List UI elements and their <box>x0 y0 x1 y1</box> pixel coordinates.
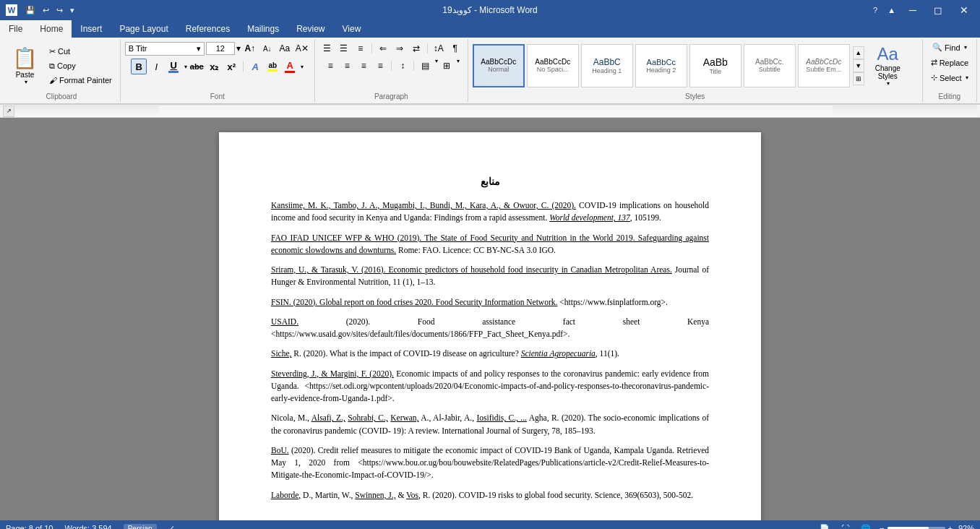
ribbon-toggle-btn[interactable]: ▲ <box>885 5 898 15</box>
ref-author-4[interactable]: FSIN. (2020). Global report on food cris… <box>271 298 557 306</box>
tab-references[interactable]: References <box>177 20 238 38</box>
replace-button[interactable]: ⇄ Replace <box>927 56 972 69</box>
restore-btn[interactable]: ◻ <box>928 3 948 17</box>
superscript-button[interactable]: x² <box>223 59 239 74</box>
style-title[interactable]: AaBb Title <box>689 44 742 87</box>
save-quick-btn[interactable]: 💾 <box>23 5 38 16</box>
tab-insert[interactable]: Insert <box>72 20 111 38</box>
show-hide-button[interactable]: ¶ <box>447 40 463 56</box>
ref-author-6[interactable]: Siche, <box>271 349 291 358</box>
line-spacing-button[interactable]: ↕ <box>395 58 411 74</box>
style-normal[interactable]: AaBbCcDc Normal <box>473 44 525 87</box>
borders-button[interactable]: ⊞ <box>439 58 455 74</box>
align-center-button[interactable]: ≡ <box>339 58 355 74</box>
sort-button[interactable]: ↕A <box>431 40 447 56</box>
help-btn[interactable]: ? <box>871 5 880 15</box>
styles-scroll-down[interactable]: ▼ <box>853 59 864 72</box>
print-layout-btn[interactable]: 📄 <box>817 523 833 530</box>
multilevel-button[interactable]: ≡ <box>353 40 369 56</box>
superscript-icon: x² <box>227 61 236 72</box>
zoom-out-btn[interactable]: − <box>880 524 884 529</box>
highlight-button[interactable]: ab <box>265 59 280 74</box>
page-info[interactable]: Page: 8 of 10 <box>6 524 53 529</box>
document-area[interactable]: منابع Kansiime, M. K., Tambo, J. A., Mug… <box>0 118 980 520</box>
font-color-button[interactable]: A <box>282 59 298 74</box>
ruler-corner[interactable]: ↗ <box>3 106 14 117</box>
words-info[interactable]: Words: 3,594 <box>64 524 111 529</box>
font-size-box[interactable]: 12 <box>206 42 235 55</box>
styles-more[interactable]: ⊞ <box>853 72 864 85</box>
borders-dropdown[interactable]: ▾ <box>457 58 460 74</box>
full-screen-btn[interactable]: ⛶ <box>838 523 852 529</box>
customize-quick-btn[interactable]: ▾ <box>68 5 77 16</box>
paste-button[interactable]: 📋 Paste ▾ <box>7 44 43 87</box>
format-painter-button[interactable]: 🖌 Format Painter <box>46 74 116 87</box>
text-effects-button[interactable]: A <box>247 59 263 74</box>
tab-home[interactable]: Home <box>31 20 72 38</box>
find-button[interactable]: 🔍 Find ▾ <box>929 40 970 54</box>
ref-author-7[interactable]: Steverding, J., & Margini, F. (2020). <box>271 369 394 378</box>
font-color-dropdown[interactable]: ▾ <box>301 64 304 70</box>
web-layout-btn[interactable]: 🌐 <box>858 523 874 530</box>
redo-quick-btn[interactable]: ↪ <box>54 5 65 16</box>
select-icon: ⊹ <box>931 73 937 82</box>
ref-author-1[interactable]: Kansiime, M. K., Tambo, J. A., Mugambi, … <box>271 201 576 210</box>
copy-button[interactable]: ⧉ Copy <box>46 59 116 73</box>
tab-view[interactable]: View <box>334 20 370 38</box>
ref-author-9[interactable]: BoU. <box>271 446 289 455</box>
ref-author-5[interactable]: USAID. <box>271 317 298 326</box>
cut-button[interactable]: ✂ Cut <box>46 45 116 59</box>
minimize-btn[interactable]: ─ <box>903 3 922 17</box>
shrink-font-button[interactable]: A↓ <box>259 40 275 56</box>
clear-formatting-button[interactable]: A✕ <box>294 40 310 56</box>
style-heading2[interactable]: AaBbCc Heading 2 <box>635 44 687 87</box>
ref-author-10c[interactable]: Vos, <box>406 491 421 499</box>
ref-author-8b[interactable]: Sohrabi, C., <box>348 413 388 422</box>
rtl-ltr-button[interactable]: ⇄ <box>408 40 424 56</box>
zoom-level[interactable]: 92% <box>958 524 974 529</box>
ref-author-8c[interactable]: Kerwan, <box>390 413 418 422</box>
align-right-button[interactable]: ≡ <box>356 58 371 74</box>
select-button[interactable]: ⊹ Select ▾ <box>927 71 972 85</box>
select-arrow: ▾ <box>966 74 968 81</box>
zoom-slider[interactable]: − + <box>880 524 953 529</box>
ref-author-8a[interactable]: Alsafi, Z., <box>311 413 345 422</box>
increase-indent-button[interactable]: ⇒ <box>392 40 408 56</box>
bold-button[interactable]: B <box>131 59 147 74</box>
grow-font-button[interactable]: A↑ <box>242 40 258 56</box>
tab-page-layout[interactable]: Page Layout <box>111 20 176 38</box>
decrease-indent-button[interactable]: ⇐ <box>375 40 391 56</box>
font-name-dropdown[interactable]: B Titr ▾ <box>125 42 205 56</box>
styles-scroll-up[interactable]: ▲ <box>853 46 864 59</box>
change-styles-button[interactable]: Aa ChangeStyles ▾ <box>869 40 907 90</box>
style-no-spacing[interactable]: AaBbCcDc No Spaci... <box>527 44 579 87</box>
italic-button[interactable]: I <box>148 59 164 74</box>
underline-dropdown[interactable]: ▾ <box>184 64 187 70</box>
bullets-button[interactable]: ☰ <box>319 40 335 56</box>
ref-author-8d[interactable]: Iosifidis, C., ... <box>476 413 526 422</box>
align-left-button[interactable]: ≡ <box>322 58 338 74</box>
style-subtitle[interactable]: AaBbCc. Subtitle <box>744 44 796 87</box>
undo-quick-btn[interactable]: ↩ <box>40 5 51 16</box>
language-indicator[interactable]: Persian <box>124 524 157 530</box>
ref-author-3[interactable]: Sriram, U., & Tarasuk, V. (2016). Econom… <box>271 265 672 274</box>
subscript-button[interactable]: x₂ <box>206 59 222 74</box>
ref-author-2[interactable]: FAO IFAD UNICEF WFP & WHO (2019). The St… <box>271 233 709 254</box>
shading-dropdown[interactable]: ▾ <box>435 58 438 74</box>
style-subtitle-preview: AaBbCc. <box>755 58 783 66</box>
style-subtle-emphasis[interactable]: AaBbCcDc Subtle Em... <box>798 44 850 87</box>
change-case-button[interactable]: Aa <box>277 40 293 56</box>
ref-author-10[interactable]: Laborde, <box>271 491 301 499</box>
numbering-button[interactable]: ☰ <box>336 40 352 56</box>
style-heading1[interactable]: AaBbC Heading 1 <box>581 44 633 87</box>
tab-file[interactable]: File <box>0 20 31 38</box>
underline-button[interactable]: U <box>166 59 181 74</box>
tab-mailings[interactable]: Mailings <box>238 20 288 38</box>
justify-button[interactable]: ≡ <box>372 58 388 74</box>
shading-button[interactable]: ▤ <box>417 58 433 74</box>
zoom-in-btn[interactable]: + <box>948 524 953 529</box>
strikethrough-button[interactable]: abc <box>189 59 205 74</box>
tab-review[interactable]: Review <box>288 20 333 38</box>
close-btn[interactable]: ✕ <box>954 3 974 17</box>
ref-author-10b[interactable]: Swinnen, J., <box>355 491 395 499</box>
